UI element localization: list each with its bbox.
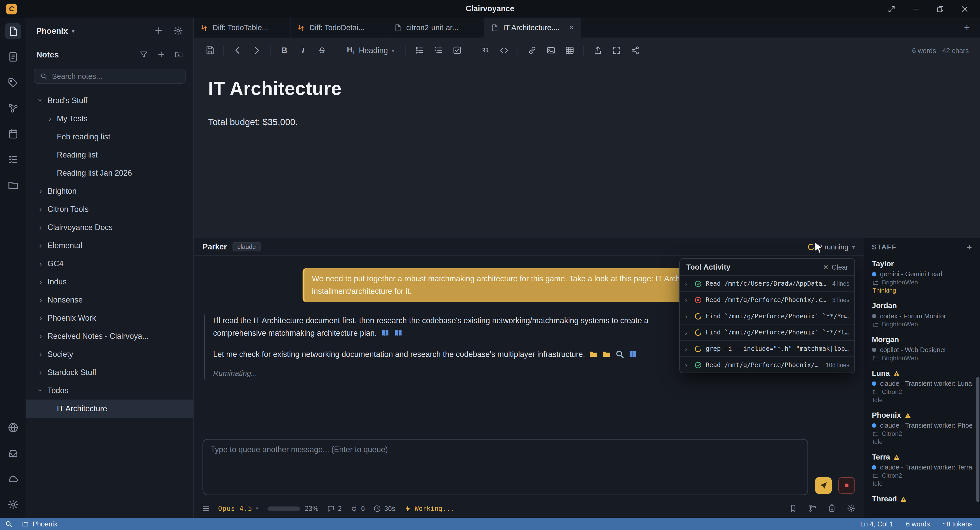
chevron-right-icon[interactable]: › (685, 312, 690, 320)
workspace-settings-icon[interactable] (173, 25, 183, 35)
link-button[interactable] (524, 42, 540, 59)
back-button[interactable] (229, 42, 246, 59)
chevron-icon[interactable]: › (36, 368, 45, 376)
staff-member[interactable]: Phoenixclaude - Transient worker: Phoe..… (872, 411, 972, 445)
sidebar-note-item[interactable]: Reading list (26, 146, 193, 164)
tool-activity-row[interactable]: ›Find `/mnt/g/Perforce/Phoenix` `**/*lob… (680, 324, 854, 340)
model-selector[interactable]: Opus 4.5 ▾ (218, 505, 259, 512)
sidebar-folder-item[interactable]: ›Brad's Stuff (26, 91, 193, 110)
sidebar-folder-item[interactable]: ›Brighton (26, 182, 193, 200)
staff-member[interactable]: Lunaclaude - Transient worker: LunaCitro… (872, 369, 972, 403)
editor-tab[interactable]: Diff: TodoDetai... (291, 18, 388, 38)
chat-message-input[interactable] (202, 439, 808, 495)
forward-button[interactable] (248, 42, 264, 59)
staff-member[interactable]: Terraclaude - Transient worker: TerraCit… (872, 453, 972, 487)
chevron-icon[interactable]: › (36, 259, 45, 267)
chevron-icon[interactable]: › (36, 350, 45, 358)
rail-journal-button[interactable] (5, 49, 21, 65)
chevron-icon[interactable]: › (37, 96, 45, 105)
export-button[interactable] (590, 42, 606, 59)
add-staff-button[interactable]: + (967, 242, 973, 252)
sidebar-note-item[interactable]: IT Architecture (26, 399, 193, 418)
running-tools-button[interactable]: 3 running ▾ (807, 243, 855, 250)
sidebar-folder-item[interactable]: ›Indus (26, 273, 193, 291)
bold-button[interactable]: B (276, 42, 293, 59)
tool-activity-row[interactable]: ›grep -i --include="*.h" "matchmak|lobby… (680, 340, 854, 357)
chevron-icon[interactable]: › (46, 115, 54, 123)
staff-member[interactable]: Taylorgemini - Gemini LeadBrightonWebThi… (872, 259, 972, 294)
stop-button[interactable] (838, 477, 855, 494)
rail-notes-button[interactable] (5, 23, 21, 40)
rail-cloud-button[interactable] (5, 471, 21, 487)
chevron-icon[interactable]: › (36, 205, 45, 213)
chat-settings-icon[interactable] (847, 504, 856, 512)
heading-dropdown[interactable]: H1 Heading ▾ (342, 42, 400, 59)
sidebar-folder-item[interactable]: ›GC4 (26, 255, 193, 273)
staff-member[interactable]: Jordancodex - Forum MonitorBrightonWeb (872, 301, 972, 328)
sidebar-note-item[interactable]: Feb reading list (26, 128, 193, 146)
tool-activity-row[interactable]: ›Find `/mnt/g/Perforce/Phoenix` `**/*mat… (680, 308, 854, 324)
image-button[interactable] (542, 42, 559, 59)
rail-graph-button[interactable] (5, 100, 21, 116)
tool-activity-row[interactable]: ›Read /mnt/g/Perforce/Phoenix/.clairv...… (680, 291, 854, 308)
chevron-icon[interactable]: › (36, 241, 45, 250)
rail-calendar-button[interactable] (5, 126, 21, 142)
comment-count[interactable]: 2 (327, 504, 342, 512)
staff-member[interactable]: Thread (872, 495, 972, 503)
sidebar-folder-item[interactable]: ›Clairvoyance Docs (26, 218, 193, 236)
close-window-icon[interactable] (961, 5, 969, 13)
code-button[interactable] (496, 42, 512, 59)
chevron-icon[interactable]: › (36, 187, 45, 195)
fullscreen-button[interactable] (608, 42, 625, 59)
sidebar-folder-item[interactable]: ›My Tests (26, 110, 193, 128)
menu-icon[interactable] (202, 504, 210, 512)
tool-activity-row[interactable]: ›Read /mnt/g/Perforce/Phoenix/Doc...108 … (680, 357, 854, 373)
clear-tool-activity-button[interactable]: ✕ Clear (823, 263, 848, 271)
numbered-list-button[interactable] (430, 42, 446, 59)
strikethrough-button[interactable]: S (313, 42, 330, 59)
statusbar-project[interactable]: Phoenix (21, 520, 57, 528)
rail-inbox-button[interactable] (5, 445, 21, 462)
add-workspace-icon[interactable] (154, 25, 164, 35)
sidebar-folder-item[interactable]: ›Citron Tools (26, 200, 193, 218)
sidebar-note-item[interactable]: Reading list Jan 2026 (26, 164, 193, 182)
sidebar-folder-item[interactable]: ›Received Notes - Clairvoya... (26, 327, 193, 345)
editor-tab[interactable]: IT Architecture....✕ (484, 18, 581, 38)
chevron-icon[interactable]: › (36, 296, 45, 304)
editor-tab[interactable]: Diff: TodoTable... (194, 18, 291, 38)
chevron-icon[interactable]: › (36, 277, 45, 286)
restore-icon[interactable] (936, 5, 945, 13)
rail-web-button[interactable] (5, 419, 21, 436)
editor-tab[interactable]: citron2-unit-ar... (387, 18, 484, 38)
chevron-icon[interactable]: › (36, 223, 45, 231)
rail-tasks-button[interactable] (5, 151, 21, 168)
sidebar-folder-item[interactable]: ›Elemental (26, 236, 193, 255)
checklist-button[interactable] (449, 42, 465, 59)
chevron-right-icon[interactable]: › (685, 361, 690, 368)
workspace-name[interactable]: Phoenix (36, 26, 68, 35)
save-button[interactable] (201, 42, 218, 59)
share-button[interactable] (627, 42, 643, 59)
line-col-indicator[interactable]: Ln 4, Col 1 (860, 520, 893, 528)
staff-member[interactable]: Morgancopilot - Web DesignerBrightonWeb (872, 335, 972, 361)
new-note-icon[interactable] (157, 50, 165, 59)
sidebar-folder-item[interactable]: ›Phoenix Work (26, 309, 193, 327)
chevron-right-icon[interactable]: › (685, 296, 690, 304)
chevron-right-icon[interactable]: › (685, 345, 690, 352)
minimize-icon[interactable] (912, 5, 920, 13)
bookmark-icon[interactable] (789, 504, 797, 512)
clipboard-icon[interactable] (827, 504, 836, 512)
tool-count[interactable]: 6 (350, 504, 365, 512)
statusbar-search-icon[interactable] (5, 520, 13, 528)
note-editor[interactable]: IT Architecture Total budget: $35,000. (194, 63, 980, 237)
rail-tags-button[interactable] (5, 74, 21, 91)
fullscreen-icon[interactable] (888, 5, 896, 13)
chevron-right-icon[interactable]: › (685, 280, 690, 287)
italic-button[interactable]: I (295, 42, 311, 59)
chevron-icon[interactable]: › (37, 386, 45, 395)
search-notes-box[interactable] (34, 68, 186, 84)
filter-icon[interactable] (139, 50, 148, 59)
sidebar-folder-item[interactable]: ›Todos (26, 381, 193, 399)
tool-activity-row[interactable]: ›Read /mnt/c/Users/Bradw/AppData/R...4 l… (680, 275, 854, 291)
table-button[interactable] (562, 42, 578, 59)
